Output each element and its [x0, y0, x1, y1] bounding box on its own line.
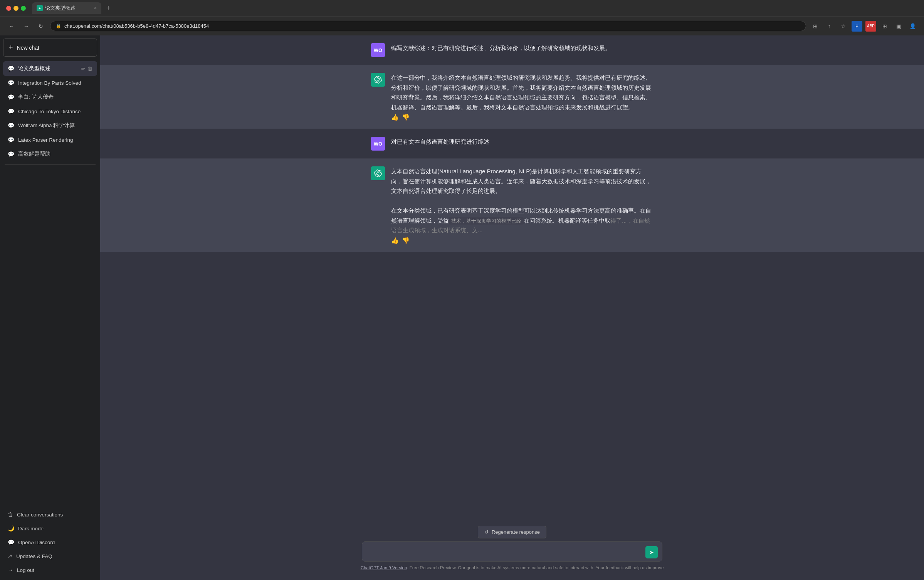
thumbs-up-btn[interactable]: 👍	[391, 114, 399, 121]
plus-icon: +	[9, 44, 13, 52]
logout-icon: →	[8, 567, 13, 573]
main-chat: WO 编写文献综述：对已有研究进行综述、分析和评价，以便了解研究领域的现状和发展…	[100, 35, 924, 580]
regenerate-icon: ↺	[484, 529, 489, 535]
sidebar-item-active[interactable]: 💬 论文类型概述 ✏ 🗑	[3, 61, 97, 76]
message-text: 对已有文本自然语言处理研究进行综述	[391, 137, 653, 147]
share-btn[interactable]: ↑	[824, 21, 835, 32]
chat-icon: 💬	[8, 65, 14, 72]
chat-icon: 💬	[8, 151, 14, 157]
discord-btn[interactable]: 💬 OpenAI Discord	[3, 535, 97, 549]
sidebar-item-latex[interactable]: 💬 Latex Parser Rendering	[3, 133, 97, 147]
ai-avatar	[371, 73, 385, 87]
tab-title: 论文类型概述	[45, 5, 75, 12]
translate-btn[interactable]: ⊞	[810, 21, 821, 32]
sidebar-item-label: 高数解题帮助	[18, 151, 92, 158]
clear-conversations-btn[interactable]: 🗑 Clear conversations	[3, 508, 97, 521]
sidebar-toggle-btn[interactable]: ▣	[893, 21, 904, 32]
url-text: chat.openai.com/chat/08ab536b-b5e8-4d47-…	[64, 23, 209, 29]
sidebar-item-integration[interactable]: 💬 Integration By Parts Solved	[3, 76, 97, 90]
input-area: ↺ Regenerate response ➤ ChatGPT Jan 9 Ve…	[100, 521, 924, 580]
chat-icon: 💬	[8, 108, 14, 114]
bookmark-btn[interactable]: ☆	[838, 21, 848, 32]
chat-icon: 💬	[8, 94, 14, 100]
message-text: 文本自然语言处理(Natural Language Processing, NL…	[391, 166, 653, 235]
new-tab-btn[interactable]: +	[103, 3, 114, 13]
message-inner: 文本自然语言处理(Natural Language Processing, NL…	[362, 166, 662, 244]
chat-input[interactable]	[362, 541, 662, 562]
footer-link[interactable]: ChatGPT Jan 9 Version	[361, 565, 407, 570]
lock-icon: 🔒	[56, 23, 61, 28]
sidebar-item-label: Latex Parser Rendering	[18, 137, 92, 143]
adblock-btn[interactable]: ABP	[865, 21, 876, 32]
clear-label: Clear conversations	[17, 512, 63, 518]
message-text: 在这一部分中，我将介绍文本自然语言处理领域的研究现状和发展趋势。我将提供对已有研…	[391, 73, 653, 112]
sidebar-item-chicago[interactable]: 💬 Chicago To Tokyo Distance	[3, 104, 97, 118]
send-icon: ➤	[649, 549, 654, 555]
chat-icon: 💬	[8, 80, 14, 86]
forward-btn[interactable]: →	[21, 21, 32, 32]
sidebar-item-label: Wolfram Alpha 科学计算	[18, 122, 92, 129]
message-block-user-1: WO 编写文献综述：对已有研究进行综述、分析和评价，以便了解研究领域的现状和发展…	[100, 35, 924, 65]
active-tab[interactable]: ✦ 论文类型概述 ×	[32, 2, 101, 14]
message-content-wrapper: 在这一部分中，我将介绍文本自然语言处理领域的研究现状和发展趋势。我将提供对已有研…	[391, 73, 653, 121]
minimize-window-btn[interactable]	[13, 6, 18, 11]
back-btn[interactable]: ←	[6, 21, 17, 32]
chat-scroll[interactable]: WO 编写文献综述：对已有研究进行综述、分析和评价，以便了解研究领域的现状和发展…	[100, 35, 924, 521]
dark-mode-label: Dark mode	[18, 526, 44, 531]
dark-mode-btn[interactable]: 🌙 Dark mode	[3, 521, 97, 535]
delete-icon[interactable]: 🗑	[87, 66, 92, 72]
tab-bar: ✦ 论文类型概述 × +	[32, 2, 918, 14]
tab-favicon: ✦	[37, 5, 43, 11]
close-window-btn[interactable]	[6, 6, 11, 11]
moon-icon: 🌙	[8, 525, 14, 531]
regenerate-bar: ↺ Regenerate response	[362, 526, 662, 538]
new-chat-button[interactable]: + New chat	[3, 39, 97, 57]
regenerate-label: Regenerate response	[492, 529, 540, 535]
edit-icon[interactable]: ✏	[81, 66, 85, 72]
sidebar-item-calculus[interactable]: 💬 高数解题帮助	[3, 147, 97, 161]
message-inner: WO 对已有文本自然语言处理研究进行综述	[362, 137, 662, 151]
nav-bar: ← → ↻ 🔒 chat.openai.com/chat/08ab536b-b5…	[0, 16, 924, 35]
traffic-lights	[6, 6, 26, 11]
user-avatar: WO	[371, 43, 385, 57]
message-text: 编写文献综述：对已有研究进行综述、分析和评价，以便了解研究领域的现状和发展。	[391, 43, 653, 53]
logout-label: Log out	[17, 567, 34, 573]
message-block-ai-2: 文本自然语言处理(Natural Language Processing, NL…	[100, 159, 924, 252]
sidebar-divider	[5, 164, 96, 165]
address-bar[interactable]: 🔒 chat.openai.com/chat/08ab536b-b5e8-4d4…	[50, 21, 806, 31]
sidebar-item-wolfram[interactable]: 💬 Wolfram Alpha 科学计算	[3, 118, 97, 133]
thumbs-up-btn[interactable]: 👍	[391, 237, 399, 244]
message-block-ai-1: 在这一部分中，我将介绍文本自然语言处理领域的研究现状和发展趋势。我将提供对已有研…	[100, 65, 924, 129]
title-bar: ✦ 论文类型概述 × +	[0, 0, 924, 16]
regenerate-button[interactable]: ↺ Regenerate response	[478, 526, 546, 538]
sidebar-item-label: 李白: 诗人传奇	[18, 94, 92, 101]
item-actions: ✏ 🗑	[81, 66, 92, 72]
sidebar: + New chat 💬 论文类型概述 ✏ 🗑 💬 Integration By…	[0, 35, 100, 580]
nav-actions: ⊞ ↑ ☆ P ABP ⊞ ▣ 👤	[810, 21, 918, 32]
footer-description: . Free Research Preview. Our goal is to …	[407, 565, 664, 570]
tab-close-btn[interactable]: ×	[94, 5, 97, 11]
new-chat-label: New chat	[17, 45, 39, 51]
fullscreen-window-btn[interactable]	[21, 6, 26, 11]
trash-icon: 🗑	[8, 511, 13, 518]
external-link-icon: ↗	[8, 553, 12, 559]
logout-btn[interactable]: → Log out	[3, 563, 97, 577]
footer-text: ChatGPT Jan 9 Version. Free Research Pre…	[109, 563, 915, 572]
puzzle-btn[interactable]: ⊞	[879, 21, 890, 32]
sidebar-item-libi[interactable]: 💬 李白: 诗人传奇	[3, 90, 97, 104]
message-content-wrapper: 文本自然语言处理(Natural Language Processing, NL…	[391, 166, 653, 244]
send-button[interactable]: ➤	[645, 546, 658, 558]
user-avatar: WO	[371, 137, 385, 151]
refresh-btn[interactable]: ↻	[35, 21, 46, 32]
faq-btn[interactable]: ↗ Updates & FAQ	[3, 549, 97, 563]
ai-avatar	[371, 166, 385, 180]
discord-label: OpenAI Discord	[18, 540, 55, 545]
profile-btn[interactable]: 👤	[907, 21, 918, 32]
message-inner: 在这一部分中，我将介绍文本自然语言处理领域的研究现状和发展趋势。我将提供对已有研…	[362, 73, 662, 121]
thumbs-down-btn[interactable]: 👎	[402, 237, 410, 244]
sidebar-item-label: 论文类型概述	[18, 65, 77, 72]
extensions-btn[interactable]: P	[852, 21, 862, 32]
app: + New chat 💬 论文类型概述 ✏ 🗑 💬 Integration By…	[0, 35, 924, 580]
message-inner: WO 编写文献综述：对已有研究进行综述、分析和评价，以便了解研究领域的现状和发展…	[362, 43, 662, 57]
thumbs-down-btn[interactable]: 👎	[402, 114, 410, 121]
